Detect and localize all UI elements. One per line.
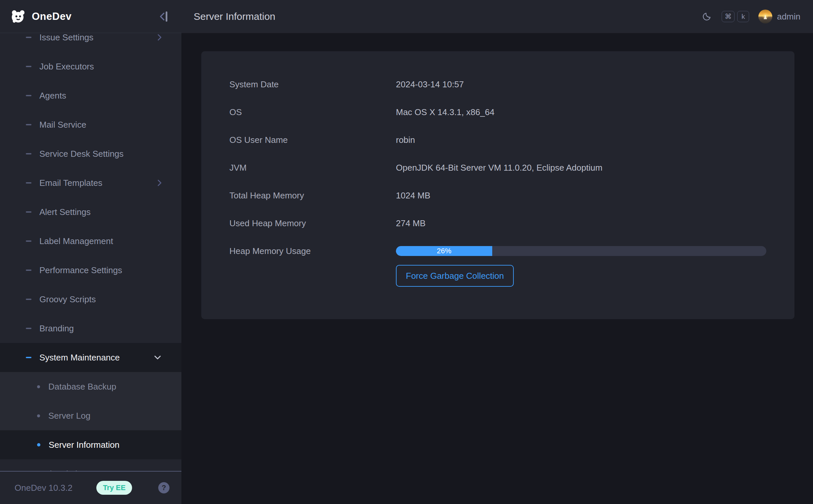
topbar-right-cluster: ⌘ k admin [702, 10, 800, 23]
bullet-icon [37, 443, 40, 446]
info-label: Heap Memory Usage [230, 246, 396, 256]
chevron-right-icon [157, 33, 162, 42]
info-value: Mac OS X 14.3.1, x86_64 [396, 107, 794, 117]
sidebar-item-issue-settings[interactable]: Issue Settings [0, 33, 181, 52]
dash-icon [26, 211, 31, 213]
dark-mode-toggle-moon-icon[interactable] [702, 12, 712, 21]
sidebar-item-subscription-management[interactable]: Subscription Management [0, 459, 181, 471]
page-title: Server Information [193, 11, 276, 22]
dash-icon [26, 240, 31, 242]
dash-icon [26, 299, 31, 300]
gc-button-cell: Force Garbage Collection [396, 265, 794, 287]
info-label: Used Heap Memory [230, 218, 396, 229]
shortcut-key-cmd: ⌘ [722, 11, 735, 22]
info-value: robin [396, 135, 794, 145]
sidebar-item-label: Server Information [49, 440, 119, 450]
info-row-heap-memory-usage: Heap Memory Usage 26% [230, 237, 794, 265]
sidebar-menu-list: Issue Settings Job Executors Agents [0, 33, 181, 471]
info-value: 274 MB [396, 218, 794, 229]
dash-icon [26, 270, 31, 271]
sidebar-item-label: Label Management [39, 236, 113, 246]
sidebar-item-email-templates[interactable]: Email Templates [0, 168, 181, 197]
sidebar-item-groovy-scripts[interactable]: Groovy Scripts [0, 285, 181, 314]
info-row-used-heap-memory: Used Heap Memory 274 MB [230, 209, 794, 237]
user-name[interactable]: admin [777, 12, 800, 22]
info-label: OS [230, 107, 396, 117]
sidebar-item-label: Database Backup [48, 382, 116, 392]
sidebar-item-performance-settings[interactable]: Performance Settings [0, 256, 181, 285]
sidebar-item-mail-service[interactable]: Mail Service [0, 110, 181, 139]
main-area: Server Information ⌘ k admin System Date… [181, 0, 813, 504]
sidebar-header: OneDev [0, 0, 181, 33]
sidebar-item-service-desk-settings[interactable]: Service Desk Settings [0, 139, 181, 168]
sidebar-menu: Issue Settings Job Executors Agents [0, 33, 181, 471]
info-row-os: OS Mac OS X 14.3.1, x86_64 [230, 98, 794, 126]
sidebar-footer: OneDev 10.3.2 Try EE ? [0, 471, 181, 504]
heap-progress-fill: 26% [396, 246, 492, 256]
sidebar-item-label: Performance Settings [39, 265, 122, 275]
sidebar-item-label: Server Log [48, 411, 90, 421]
chevron-right-icon [157, 178, 162, 188]
version-label: OneDev 10.3.2 [15, 483, 72, 493]
sidebar-item-server-information[interactable]: Server Information [0, 430, 181, 459]
onedev-logo-icon [10, 8, 26, 25]
chevron-down-icon [153, 355, 162, 360]
user-avatar[interactable] [758, 10, 772, 23]
sidebar-item-label: System Maintenance [39, 353, 120, 363]
sidebar-item-database-backup[interactable]: Database Backup [0, 372, 181, 401]
info-value: 2024-03-14 10:57 [396, 79, 794, 90]
main-content: System Date 2024-03-14 10:57 OS Mac OS X… [181, 33, 813, 504]
help-button[interactable]: ? [158, 482, 169, 493]
sidebar-item-label: Issue Settings [39, 33, 93, 43]
sidebar-item-branding[interactable]: Branding [0, 314, 181, 343]
info-value: 1024 MB [396, 190, 794, 201]
sidebar-item-label: Agents [39, 91, 66, 101]
heap-progress-cell: 26% [396, 246, 794, 256]
info-label: JVM [230, 163, 396, 173]
heap-progress-percent-label: 26% [437, 247, 451, 255]
brand-name: OneDev [32, 11, 158, 22]
info-value: OpenJDK 64-Bit Server VM 11.0.20, Eclips… [396, 163, 794, 173]
shortcut-key-k: k [737, 11, 749, 22]
sidebar-item-system-maintenance[interactable]: System Maintenance [0, 343, 181, 372]
sidebar: OneDev Issue Settings [0, 0, 181, 504]
sidebar-item-label: Service Desk Settings [39, 149, 123, 159]
force-garbage-collection-button[interactable]: Force Garbage Collection [396, 265, 514, 287]
sidebar-item-label: Subscription Management [39, 469, 139, 471]
heap-progress-track: 26% [396, 246, 766, 256]
dash-icon [26, 95, 31, 96]
dash-icon [26, 357, 31, 358]
dash-icon [26, 153, 31, 154]
dash-icon [26, 124, 31, 125]
info-label: OS User Name [230, 135, 396, 145]
bullet-icon [37, 385, 40, 388]
topbar: Server Information ⌘ k admin [181, 0, 813, 33]
sidebar-item-job-executors[interactable]: Job Executors [0, 52, 181, 81]
sidebar-item-label-management[interactable]: Label Management [0, 227, 181, 256]
app-root: OneDev Issue Settings [0, 0, 813, 504]
sidebar-item-label: Groovy Scripts [39, 294, 96, 305]
sidebar-collapse-button[interactable] [158, 10, 169, 23]
sidebar-item-server-log[interactable]: Server Log [0, 401, 181, 430]
sidebar-item-label: Mail Service [39, 120, 86, 130]
info-row-jvm: JVM OpenJDK 64-Bit Server VM 11.0.20, Ec… [230, 154, 794, 182]
avatar-sailboat [764, 15, 767, 19]
dash-icon [26, 37, 31, 38]
bullet-icon [37, 414, 40, 417]
server-info-card: System Date 2024-03-14 10:57 OS Mac OS X… [201, 51, 794, 319]
info-row-total-heap-memory: Total Heap Memory 1024 MB [230, 182, 794, 209]
sidebar-item-agents[interactable]: Agents [0, 81, 181, 110]
sidebar-item-label: Email Templates [39, 178, 102, 188]
dash-icon [26, 328, 31, 329]
try-ee-badge[interactable]: Try EE [96, 481, 132, 495]
info-label: System Date [230, 79, 396, 90]
sidebar-item-alert-settings[interactable]: Alert Settings [0, 197, 181, 227]
dash-icon [26, 66, 31, 67]
info-label: Total Heap Memory [230, 190, 396, 201]
info-row-os-user-name: OS User Name robin [230, 126, 794, 154]
sidebar-item-label: Alert Settings [39, 207, 91, 217]
sidebar-item-label: Branding [39, 323, 74, 334]
dash-icon [26, 182, 31, 184]
gc-button-row: Force Garbage Collection [230, 265, 794, 287]
info-row-system-date: System Date 2024-03-14 10:57 [230, 70, 794, 98]
